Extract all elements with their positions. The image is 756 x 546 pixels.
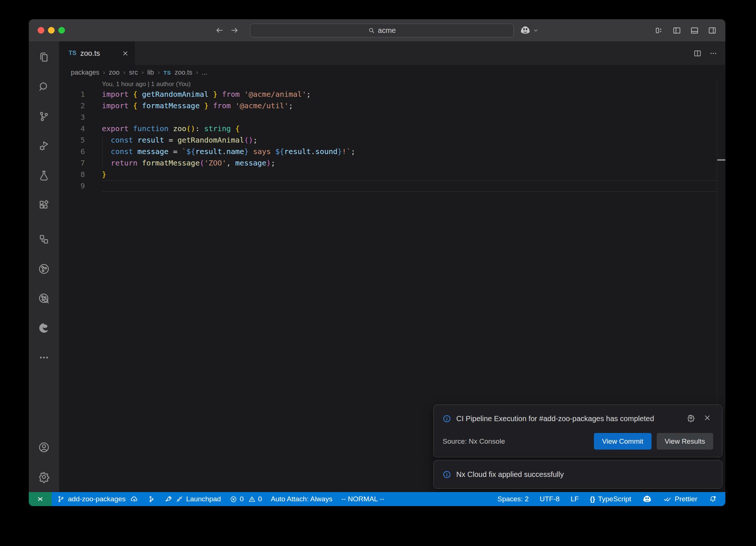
breadcrumb-item[interactable]: zoo	[109, 69, 120, 76]
code-line[interactable]: 5 const result = getRandomAnimal();	[59, 134, 725, 146]
copilot-menu[interactable]	[520, 19, 539, 41]
activity-bar	[29, 41, 59, 492]
toggle-secondary-sidebar-icon[interactable]	[707, 25, 717, 35]
more-views-icon[interactable]	[38, 351, 50, 364]
back-arrow-icon[interactable]	[214, 25, 224, 35]
indentation-status[interactable]: Spaces: 2	[497, 495, 529, 503]
line-number: 3	[59, 112, 102, 123]
auto-attach-status[interactable]: Auto Attach: Always	[271, 495, 333, 503]
publish-cloud-icon	[130, 495, 138, 504]
breadcrumb-item[interactable]: packages	[71, 69, 99, 76]
notification-gear-icon[interactable]	[687, 414, 695, 422]
breadcrumb-separator: ›	[141, 69, 144, 76]
sidebar-item-testing[interactable]	[38, 169, 50, 182]
minimize-window-button[interactable]	[48, 27, 55, 34]
source-control-graph-status[interactable]	[147, 495, 155, 503]
code-editor[interactable]: You, 1 hour ago | 1 author (You) 1import…	[59, 80, 725, 492]
customize-layout-icon[interactable]	[654, 25, 664, 35]
code-line[interactable]: 7 return formatMessage('ZOO', message);	[59, 157, 725, 169]
branch-name: add-zoo-packages	[68, 495, 126, 503]
sidebar-item-remote-explorer[interactable]	[38, 233, 50, 246]
window-controls	[38, 19, 65, 41]
accounts-icon[interactable]	[38, 441, 50, 454]
language-status[interactable]: {} TypeScript	[590, 495, 631, 503]
auto-attach-label: Auto Attach: Always	[271, 495, 333, 503]
notification-message: CI Pipeline Execution for #add-zoo-packa…	[456, 410, 681, 427]
vim-mode-status[interactable]: -- NORMAL --	[341, 495, 384, 503]
eol-label: LF	[571, 495, 579, 503]
language-label: TypeScript	[598, 495, 631, 503]
formatter-status[interactable]: Prettier	[663, 495, 697, 504]
code-line[interactable]: 1import { getRandomAnimal } from '@acme/…	[59, 89, 725, 100]
sidebar-item-search[interactable]	[38, 81, 50, 93]
code-lines: 1import { getRandomAnimal } from '@acme/…	[59, 89, 725, 192]
breadcrumb-overflow[interactable]: ...	[202, 69, 207, 76]
toggle-primary-sidebar-icon[interactable]	[672, 25, 682, 35]
code-text: return formatMessage('ZOO', message);	[102, 157, 717, 169]
tab-label: zoo.ts	[80, 49, 100, 58]
notification-toast: CI Pipeline Execution for #add-zoo-packa…	[433, 405, 722, 457]
breadcrumb-item[interactable]: lib	[147, 69, 154, 76]
line-number: 5	[59, 134, 102, 146]
remote-icon	[36, 495, 45, 504]
notification-close-icon[interactable]	[703, 414, 711, 422]
sidebar-item-run-and-debug[interactable]	[38, 140, 50, 152]
breadcrumb-item-file[interactable]: zoo.ts	[175, 69, 192, 76]
code-text: export function zoo(): string {	[102, 123, 717, 134]
launchpad-status[interactable]: Launchpad	[164, 495, 221, 504]
warning-icon	[248, 495, 256, 503]
notification-message: Nx Cloud fix applied successfully	[456, 470, 681, 479]
sidebar-item-explorer[interactable]	[38, 51, 50, 64]
split-editor-icon[interactable]	[693, 49, 702, 58]
line-number: 2	[59, 100, 102, 112]
chevron-down-icon	[533, 28, 539, 33]
error-count: 0	[240, 495, 244, 503]
close-tab-icon[interactable]	[122, 50, 129, 57]
code-line[interactable]: 3	[59, 112, 725, 123]
warning-count: 0	[258, 495, 262, 503]
sidebar-item-nx-console[interactable]	[38, 263, 50, 275]
info-icon	[443, 414, 451, 423]
tab-zoo-ts[interactable]: TS zoo.ts	[59, 41, 135, 65]
more-actions-icon[interactable]	[709, 49, 718, 58]
view-commit-button[interactable]: View Commit	[594, 433, 652, 450]
sidebar-item-edge-tools[interactable]	[38, 322, 50, 334]
sidebar-item-extensions[interactable]	[38, 199, 50, 211]
breadcrumb: packages › zoo › src › lib › TS zoo.ts ›…	[59, 65, 725, 80]
encoding-status[interactable]: UTF-8	[540, 495, 560, 503]
command-center-search[interactable]: acme	[250, 24, 514, 37]
double-check-icon	[663, 495, 672, 504]
git-branch-status[interactable]: add-zoo-packages	[57, 495, 138, 504]
sidebar-item-nx-cloud[interactable]	[38, 292, 50, 305]
notification-center: CI Pipeline Execution for #add-zoo-packa…	[433, 405, 722, 489]
copilot-icon	[520, 25, 531, 36]
sidebar-item-source-control[interactable]	[38, 110, 50, 123]
code-text: }	[102, 169, 717, 180]
formatter-label: Prettier	[675, 495, 697, 503]
settings-gear-icon[interactable]	[38, 471, 50, 483]
view-results-button[interactable]: View Results	[657, 433, 713, 450]
notifications-bell[interactable]	[708, 495, 717, 504]
code-line[interactable]: 2import { formatMessage } from '@acme/ut…	[59, 100, 725, 112]
code-line[interactable]: 6 const message = `${result.name} says $…	[59, 146, 725, 157]
remote-indicator[interactable]	[29, 492, 52, 506]
launchpad-label: Launchpad	[186, 495, 221, 503]
problems-status[interactable]: 0 0	[230, 495, 262, 503]
code-text: const result = getRandomAnimal();	[102, 134, 717, 146]
git-graph-icon	[147, 495, 155, 503]
breadcrumb-item[interactable]: src	[129, 69, 138, 76]
code-line[interactable]: 8}	[59, 169, 725, 180]
close-window-button[interactable]	[38, 27, 44, 34]
typescript-file-icon: TS	[164, 69, 171, 76]
copilot-status[interactable]	[642, 494, 652, 504]
vim-mode-label: -- NORMAL --	[341, 495, 384, 503]
zoom-window-button[interactable]	[58, 27, 65, 34]
indent-guide	[102, 134, 103, 169]
code-line[interactable]: 4export function zoo(): string {	[59, 123, 725, 134]
info-icon	[443, 470, 451, 479]
forward-arrow-icon[interactable]	[230, 25, 240, 35]
toggle-panel-icon[interactable]	[690, 25, 700, 35]
eol-status[interactable]: LF	[571, 495, 579, 503]
codelens-blame[interactable]: You, 1 hour ago | 1 author (You)	[59, 80, 725, 89]
code-line[interactable]: 9	[59, 180, 725, 192]
